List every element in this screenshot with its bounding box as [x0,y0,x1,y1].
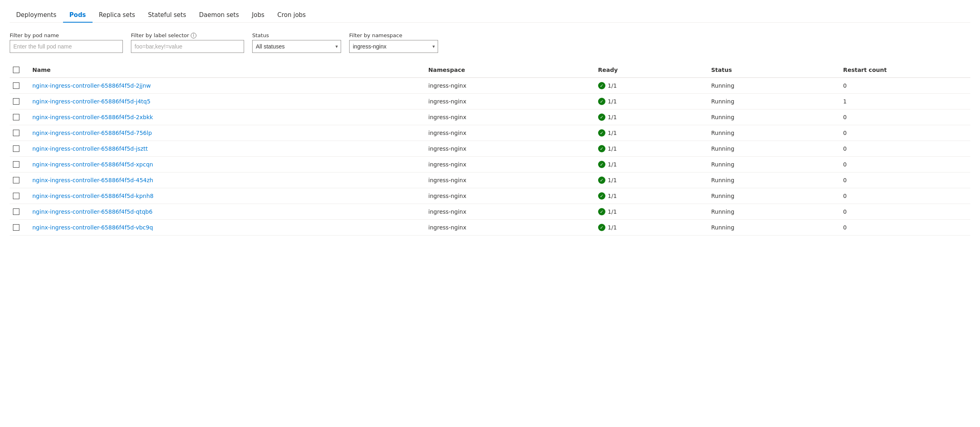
row-checkbox[interactable] [13,177,19,183]
table-row: nginx-ingress-controller-65886f4f5d-vbc9… [10,220,970,236]
col-header-status: Status [706,63,839,78]
row-checkbox-cell [10,204,27,220]
row-namespace: ingress-nginx [424,204,593,220]
pod-name-link[interactable]: nginx-ingress-controller-65886f4f5d-jszt… [32,145,148,152]
row-restart-count: 0 [838,172,970,188]
row-checkbox-cell [10,141,27,157]
col-header-ready: Ready [593,63,706,78]
row-checkbox-cell [10,78,27,94]
col-header-restart: Restart count [838,63,970,78]
col-header-checkbox [10,63,27,78]
filter-label-selector-input[interactable] [131,40,244,53]
row-status: Running [706,109,839,125]
tab-stateful-sets[interactable]: Stateful sets [141,8,192,23]
pod-name-link[interactable]: nginx-ingress-controller-65886f4f5d-vbc9… [32,224,153,231]
table-row: nginx-ingress-controller-65886f4f5d-kpnh… [10,188,970,204]
table-row: nginx-ingress-controller-65886f4f5d-2xbk… [10,109,970,125]
row-checkbox[interactable] [13,161,19,168]
table-row: nginx-ingress-controller-65886f4f5d-jszt… [10,141,970,157]
row-status: Running [706,220,839,236]
tab-daemon-sets[interactable]: Daemon sets [193,8,246,23]
tab-deployments[interactable]: Deployments [10,8,63,23]
row-restart-count: 0 [838,157,970,172]
row-checkbox-cell [10,157,27,172]
row-restart-count: 0 [838,204,970,220]
pod-name-link[interactable]: nginx-ingress-controller-65886f4f5d-xpcq… [32,161,153,168]
row-ready: ✓1/1 [593,172,706,188]
row-restart-count: 0 [838,125,970,141]
filter-namespace-label: Filter by namespace [349,32,438,38]
row-restart-count: 0 [838,188,970,204]
row-pod-name: nginx-ingress-controller-65886f4f5d-2xbk… [27,109,424,125]
filter-namespace-select[interactable]: ingress-nginxdefaultkube-system [349,40,438,53]
row-checkbox[interactable] [13,224,19,231]
tab-replica-sets[interactable]: Replica sets [93,8,142,23]
table-row: nginx-ingress-controller-65886f4f5d-756l… [10,125,970,141]
ready-value: 1/1 [608,130,617,136]
row-checkbox[interactable] [13,98,19,105]
row-checkbox[interactable] [13,208,19,215]
pod-name-link[interactable]: nginx-ingress-controller-65886f4f5d-qtqb… [32,208,152,215]
ready-value: 1/1 [608,208,617,215]
row-status: Running [706,94,839,109]
row-restart-count: 0 [838,141,970,157]
row-checkbox[interactable] [13,82,19,89]
tab-jobs[interactable]: Jobs [245,8,271,23]
ready-check-icon: ✓ [598,82,605,89]
pod-name-link[interactable]: nginx-ingress-controller-65886f4f5d-2xbk… [32,114,153,120]
table-row: nginx-ingress-controller-65886f4f5d-qtqb… [10,204,970,220]
ready-value: 1/1 [608,161,617,168]
tab-pods[interactable]: Pods [63,8,93,23]
filter-status-label: Status [252,32,341,38]
row-checkbox[interactable] [13,114,19,120]
pods-table-container: Name Namespace Ready Status Restart coun… [10,63,970,236]
ready-check-icon: ✓ [598,224,605,231]
select-all-checkbox[interactable] [13,67,19,73]
filter-namespace-group: Filter by namespace ingress-nginxdefault… [349,32,438,53]
ready-value: 1/1 [608,224,617,231]
filter-namespace-select-wrapper: ingress-nginxdefaultkube-system ▾ [349,40,438,53]
pod-name-link[interactable]: nginx-ingress-controller-65886f4f5d-j4tq… [32,98,150,105]
ready-value: 1/1 [608,193,617,199]
row-pod-name: nginx-ingress-controller-65886f4f5d-jszt… [27,141,424,157]
row-checkbox[interactable] [13,145,19,152]
filter-pod-name-group: Filter by pod name [10,32,123,53]
table-header: Name Namespace Ready Status Restart coun… [10,63,970,78]
row-restart-count: 1 [838,94,970,109]
ready-check-icon: ✓ [598,114,605,121]
pods-table: Name Namespace Ready Status Restart coun… [10,63,970,236]
row-status: Running [706,78,839,94]
pod-name-link[interactable]: nginx-ingress-controller-65886f4f5d-2jjn… [32,82,151,89]
row-namespace: ingress-nginx [424,141,593,157]
ready-value: 1/1 [608,114,617,120]
row-ready: ✓1/1 [593,94,706,109]
row-ready: ✓1/1 [593,78,706,94]
row-pod-name: nginx-ingress-controller-65886f4f5d-vbc9… [27,220,424,236]
table-row: nginx-ingress-controller-65886f4f5d-454z… [10,172,970,188]
ready-value: 1/1 [608,82,617,89]
row-status: Running [706,204,839,220]
col-header-namespace: Namespace [424,63,593,78]
pod-name-link[interactable]: nginx-ingress-controller-65886f4f5d-756l… [32,130,152,136]
tab-cron-jobs[interactable]: Cron jobs [271,8,312,23]
ready-check-icon: ✓ [598,177,605,184]
ready-value: 1/1 [608,177,617,183]
ready-check-icon: ✓ [598,129,605,137]
row-ready: ✓1/1 [593,141,706,157]
row-checkbox-cell [10,188,27,204]
row-checkbox-cell [10,109,27,125]
pod-name-link[interactable]: nginx-ingress-controller-65886f4f5d-kpnh… [32,193,154,199]
ready-check-icon: ✓ [598,98,605,105]
ready-value: 1/1 [608,145,617,152]
ready-value: 1/1 [608,98,617,105]
row-restart-count: 0 [838,78,970,94]
pod-name-link[interactable]: nginx-ingress-controller-65886f4f5d-454z… [32,177,153,183]
filter-pod-name-input[interactable] [10,40,123,53]
row-checkbox[interactable] [13,130,19,136]
row-checkbox[interactable] [13,193,19,199]
label-selector-info-icon[interactable]: i [191,33,196,38]
row-status: Running [706,157,839,172]
filter-status-select[interactable]: All statusesRunningPendingFailedSucceede… [252,40,341,53]
row-restart-count: 0 [838,220,970,236]
ready-check-icon: ✓ [598,192,605,200]
